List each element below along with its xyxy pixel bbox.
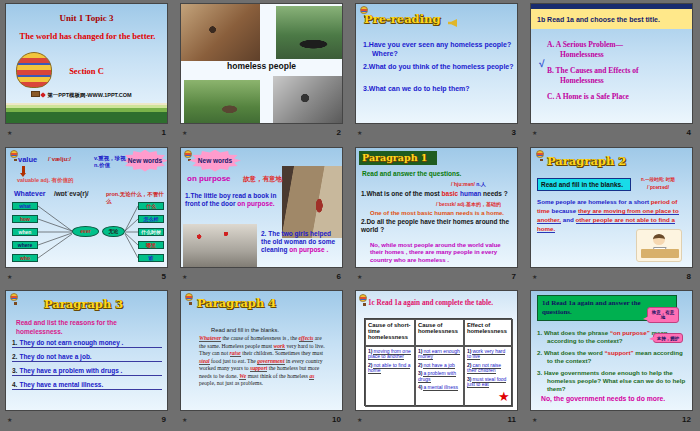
- table-entry: 2)not able to find a home: [368, 363, 412, 375]
- checkmark-icon: √: [539, 58, 545, 69]
- slide-3-thumbnail[interactable]: Pre-reading 1.Have you ever seen any hom…: [355, 3, 518, 124]
- table-entry: 3)a problem with drugs: [418, 371, 461, 383]
- slide-1-thumbnail[interactable]: Unit 1 Topic 3 The world has changed for…: [5, 3, 168, 124]
- animation-star-icon: ★: [532, 273, 537, 280]
- animation-star-icon: ★: [7, 416, 12, 423]
- slide-number: 12: [682, 415, 691, 424]
- entry-text: not have a job: [423, 362, 454, 369]
- slide-number: 3: [512, 128, 516, 137]
- photo-children-in-rubble: [181, 4, 260, 61]
- entry-text: a mental illness: [423, 384, 457, 391]
- slide-2-thumbnail[interactable]: homeless people: [180, 3, 343, 124]
- period-annotation: n.一段时间; 时期: [641, 177, 675, 182]
- q1-word-human: human: [458, 190, 481, 197]
- answer-1: One of the most basic human needs is a h…: [370, 210, 518, 216]
- slide-9-thumbnail[interactable]: Paragraph 3 Read and list the reasons fo…: [5, 290, 168, 411]
- slide-10-cell: Paragraph 4 Read and fill in the blanks.…: [175, 287, 350, 431]
- mini-balloon-icon: [184, 150, 192, 158]
- human-meaning: n.人: [476, 181, 485, 187]
- cloze-text-a: Some people are homeless for a short: [537, 198, 651, 205]
- paragraph-1-title: Paragraph 1: [362, 152, 427, 163]
- slide-12-thumbnail[interactable]: 1d Read 1a again and answer the question…: [530, 290, 693, 411]
- reason-3: 3.They have a problem with drugs .: [12, 367, 162, 376]
- support-meaning-bubble: 支持，拥护: [653, 333, 683, 343]
- slide-10-thumbnail[interactable]: Paragraph 4 Read and fill in the blanks.…: [180, 290, 343, 411]
- red-star-icon: ★: [498, 389, 510, 404]
- mini-balloon-icon: [536, 150, 544, 158]
- paragraph-2-title: Paragraph 2: [547, 154, 626, 168]
- entry-text: moving from one place to another: [368, 348, 411, 361]
- slide-2-cell: homeless people ★ 2: [175, 0, 350, 144]
- slide-4-cell: 1b Read 1a and choose the best title. √ …: [525, 0, 700, 144]
- footer-text: 第一PPT模板网-WWW.1PPT.COM: [47, 92, 131, 98]
- slide-number: 8: [687, 272, 691, 281]
- wulun-ellipse: 无论: [102, 226, 125, 237]
- slide-1-meta: ★ 1: [5, 125, 168, 140]
- reason-1: 1.They do not earn enough money .: [12, 339, 162, 348]
- entry-number: 2): [418, 362, 422, 368]
- table-entry: 3)must steal food just to eat: [467, 377, 510, 389]
- fill-whatever: Whatever: [199, 335, 221, 342]
- slide-8-thumbnail[interactable]: Paragraph 2 Read and fill in the blanks.…: [530, 147, 693, 268]
- q1-on-purpose-highlight: “on purpose”: [610, 329, 650, 336]
- slide-10-meta: ★ 10: [180, 412, 343, 427]
- pre-reading-question-2: 2.What do you think of the homeless peop…: [363, 62, 515, 71]
- slide-6-thumbnail[interactable]: New words on purpose 故意，有意地 1.The little…: [180, 147, 343, 268]
- column-header-effect: Effect of homelessness: [464, 319, 513, 346]
- slide-5-thumbnail[interactable]: New words value /ˈvælju:/ v.重视，珍视n.价值 va…: [5, 147, 168, 268]
- cartoon-head: [653, 234, 665, 245]
- slide-7-cell: Paragraph 1 Read and answer the question…: [350, 144, 525, 288]
- mini-balloon-icon: [359, 294, 367, 302]
- animation-star-icon: ★: [532, 129, 537, 136]
- ever-ellipse: ever: [72, 226, 99, 237]
- slide-11-thumbnail[interactable]: 1c Read 1a again and complete the table.…: [355, 290, 518, 411]
- list-reasons-instruction: Read and list the reasons for the homele…: [16, 319, 142, 336]
- meaning-nali: 哪里: [138, 241, 164, 250]
- slide-number: 10: [332, 415, 341, 424]
- read-answer-instruction: Read and answer the questions.: [362, 170, 461, 177]
- ppt-logo-icon: [40, 92, 46, 98]
- column-header-cause: Cause of homelessness: [415, 319, 464, 346]
- basic-annotation: /ˈbeɪsɪk/ adj.基本的，基础的: [436, 201, 501, 207]
- entry-text: not earn enough money: [418, 348, 460, 361]
- reason-4-text: They have a mental illness.: [19, 381, 103, 388]
- meaning-zenmeyang: 怎么样: [138, 215, 164, 224]
- wh-word-who: who: [12, 254, 38, 263]
- slide-1-cell: Unit 1 Topic 3 The world has changed for…: [0, 0, 175, 144]
- slide-number: 7: [512, 272, 516, 281]
- photo-boy-by-wall: [282, 166, 342, 238]
- table-entry: 1)moving from one place to another: [368, 349, 412, 361]
- example-sentence-1: 1.The little boy read a book in front of…: [185, 192, 279, 209]
- q1-word-basic: basic: [442, 190, 459, 197]
- cause-cell: 1)not earn enough money 2)not have a job…: [415, 346, 464, 407]
- paragraph-4-cloze: Whatever the cause of homelessness is , …: [199, 335, 329, 388]
- sentence-2-highlight: on purpose .: [289, 246, 328, 253]
- animation-star-icon: ★: [7, 129, 12, 136]
- fill-work: work: [274, 343, 286, 350]
- meaning-shenmeshihou: 什么时候: [138, 228, 164, 237]
- question-1: 1.What is one of the most basic human ne…: [361, 190, 516, 198]
- cloze-text: their children. Sometimes they must: [241, 350, 323, 356]
- reason-3-number: 3.: [12, 367, 17, 374]
- fill-blanks-instruction: Read and fill in the blanks.: [537, 178, 631, 191]
- lesson-title: The world has changed for the better.: [14, 30, 161, 43]
- entry-text: must steal food just to eat: [467, 376, 506, 389]
- fill-raise: raise: [230, 350, 241, 357]
- slide-6-meta: ★ 6: [180, 269, 343, 284]
- slide-5-meta: ★ 5: [5, 269, 168, 284]
- task-1b-header: 1b Read 1a and choose the best title.: [531, 9, 693, 29]
- slide-7-thumbnail[interactable]: Paragraph 1 Read and answer the question…: [355, 147, 518, 268]
- badge-label: New words: [198, 157, 232, 164]
- fill-effects: effects: [299, 335, 314, 342]
- slide-9-meta: ★ 9: [5, 412, 168, 427]
- animation-star-icon: ★: [182, 273, 187, 280]
- slide-number: 2: [337, 128, 341, 137]
- column-header-short-time-cause: Cause of short-time homelessness: [365, 319, 415, 346]
- slide-4-thumbnail[interactable]: 1b Read 1a and choose the best title. √ …: [530, 3, 693, 124]
- reason-4-number: 4.: [12, 381, 17, 388]
- slide-11-cell: 1c Read 1a again and complete the table.…: [350, 287, 525, 431]
- sentence-1-highlight: on purpose.: [237, 200, 274, 207]
- paragraph-4-title: Paragraph 4: [197, 296, 276, 310]
- slide-4-meta: ★ 4: [530, 125, 693, 140]
- entry-text: not able to find a home: [368, 362, 410, 375]
